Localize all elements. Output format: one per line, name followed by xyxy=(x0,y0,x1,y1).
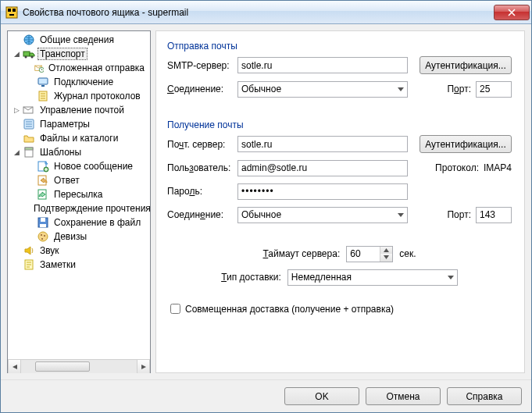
send-connection-label: Соединение: xyxy=(167,84,237,94)
save-icon xyxy=(37,216,49,229)
recv-port-input[interactable] xyxy=(476,207,512,223)
password-input[interactable] xyxy=(237,183,408,200)
combo-value: Обычное xyxy=(241,84,281,94)
scroll-right-button[interactable]: ▸ xyxy=(137,360,150,373)
tree-item-forward[interactable]: ▸ Пересылка xyxy=(8,187,150,201)
tree-label: Сохранение в файл xyxy=(52,216,143,229)
scroll-thumb[interactable] xyxy=(35,361,90,372)
send-connection-select[interactable]: Обычное xyxy=(237,81,408,98)
send-group-title: Отправка почты xyxy=(167,41,512,52)
tree-label: Подтверждение прочтения xyxy=(31,202,150,215)
tree-item-cookies[interactable]: ▸ Девизы xyxy=(8,230,150,244)
svg-point-7 xyxy=(31,56,34,59)
nav-tree[interactable]: ▸ Общие сведения ◢ Транспорт ▸ Отложенна… xyxy=(8,31,150,359)
tree-label: Отложенная отправка xyxy=(46,62,147,74)
tree-item-connection[interactable]: ▸ Подключение xyxy=(8,75,150,89)
tree-item-read-confirm[interactable]: ▸ Подтверждение прочтения xyxy=(8,201,150,215)
smtp-server-label: SMTP-сервер: xyxy=(167,60,237,71)
help-button[interactable]: Справка xyxy=(447,387,522,405)
recv-connection-select[interactable]: Обычное xyxy=(237,207,408,223)
tree-item-reply[interactable]: ▸ Ответ xyxy=(8,173,150,187)
tree-label: Пересылка xyxy=(52,188,105,201)
tree-h-scrollbar[interactable]: ◂ ▸ xyxy=(8,359,150,372)
svg-rect-11 xyxy=(41,85,45,87)
delivery-type-label: Тип доставки: xyxy=(221,272,281,283)
tree-label: Управление почтой xyxy=(37,104,127,116)
tree-label: Девизы xyxy=(52,230,89,243)
combo-value: Немедленная xyxy=(291,272,352,283)
smtp-server-input[interactable] xyxy=(237,57,408,73)
mail-server-label: Почт. сервер: xyxy=(167,139,237,150)
recv-group-title: Получение почты xyxy=(167,119,512,130)
tree-item-general[interactable]: ▸ Общие сведения xyxy=(8,33,150,47)
ok-button[interactable]: OK xyxy=(284,387,359,405)
window-title: Свойства почтового ящика - supermail xyxy=(23,7,494,18)
delivery-type-select[interactable]: Немедленная xyxy=(287,269,458,286)
user-label: Пользователь: xyxy=(167,162,237,173)
svg-point-25 xyxy=(38,232,48,241)
transport-panel: Отправка почты SMTP-сервер: Аутентификац… xyxy=(155,30,525,373)
scroll-track[interactable] xyxy=(21,360,137,373)
tree-label: Ответ xyxy=(52,174,82,187)
svg-rect-3 xyxy=(9,14,14,16)
app-icon xyxy=(5,6,18,19)
timeout-input[interactable] xyxy=(347,247,380,262)
tree-item-save-file[interactable]: ▸ Сохранение в файл xyxy=(8,215,150,230)
close-button[interactable] xyxy=(494,5,530,20)
svg-rect-10 xyxy=(38,78,48,84)
expand-icon[interactable]: ▷ xyxy=(11,106,23,114)
send-port-input[interactable] xyxy=(476,81,512,98)
tree-item-options[interactable]: ▸ Параметры xyxy=(8,117,150,131)
spinner-up-button[interactable] xyxy=(380,247,392,255)
truck-icon xyxy=(23,48,35,60)
tree-label: Новое сообщение xyxy=(52,160,135,173)
options-icon xyxy=(23,118,35,130)
mail-server-input[interactable] xyxy=(237,136,408,152)
log-icon xyxy=(37,90,49,102)
combined-delivery-checkbox[interactable]: Совмещенная доставка (получение + отправ… xyxy=(167,301,512,316)
tree-item-files-dirs[interactable]: ▸ Файлы и каталоги xyxy=(8,131,150,145)
send-port-label: Порт: xyxy=(447,84,471,94)
mail-clock-icon xyxy=(34,62,44,74)
collapse-icon[interactable]: ◢ xyxy=(11,148,23,156)
recv-auth-button[interactable]: Аутентификация... xyxy=(420,135,512,153)
cookie-icon xyxy=(37,230,49,243)
tree-label: Подключение xyxy=(52,76,116,88)
tree-item-sound[interactable]: ▸ Звук xyxy=(8,244,150,258)
tree-item-protocol-log[interactable]: ▸ Журнал протоколов xyxy=(8,89,150,103)
tree-item-delayed-send[interactable]: ▸ Отложенная отправка xyxy=(8,61,150,75)
tree-item-templates[interactable]: ◢ Шаблоны xyxy=(8,145,150,159)
titlebar: Свойства почтового ящика - supermail xyxy=(1,1,531,24)
tree-label: Шаблоны xyxy=(37,146,84,158)
tree-label: Параметры xyxy=(37,118,92,130)
cancel-button[interactable]: Отмена xyxy=(366,387,441,405)
smtp-auth-button[interactable]: Аутентификация... xyxy=(420,56,512,74)
template-icon xyxy=(23,146,35,158)
forward-icon xyxy=(37,188,49,201)
dialog-footer: OK Отмена Справка xyxy=(1,379,531,412)
tree-label: Журнал протоколов xyxy=(52,90,143,102)
tree-item-mail-mgmt[interactable]: ▷ Управление почтой xyxy=(8,103,150,117)
tree-item-transport[interactable]: ◢ Транспорт xyxy=(8,47,150,61)
tree-item-new-msg[interactable]: ▸ Новое сообщение xyxy=(8,159,150,173)
tree-label: Звук xyxy=(37,244,62,257)
mail-gear-icon xyxy=(23,104,35,116)
recv-port-label: Порт: xyxy=(447,209,471,220)
combined-delivery-input[interactable] xyxy=(170,304,180,314)
timeout-spinner[interactable] xyxy=(346,246,393,262)
tree-label: Транспорт xyxy=(37,48,87,60)
tree-item-notes[interactable]: ▸ Заметки xyxy=(8,258,150,272)
dialog-window: Свойства почтового ящика - supermail ▸ О… xyxy=(0,0,532,413)
nav-tree-panel: ▸ Общие сведения ◢ Транспорт ▸ Отложенна… xyxy=(7,30,151,373)
user-input[interactable] xyxy=(237,160,408,176)
dialog-body: ▸ Общие сведения ◢ Транспорт ▸ Отложенна… xyxy=(1,24,531,379)
recv-connection-label: Соединение: xyxy=(167,209,237,220)
scroll-left-button[interactable]: ◂ xyxy=(8,360,21,373)
collapse-icon[interactable]: ◢ xyxy=(11,50,23,58)
svg-rect-1 xyxy=(8,9,11,12)
monitor-icon xyxy=(37,76,49,88)
svg-rect-16 xyxy=(25,148,33,150)
tree-label: Заметки xyxy=(37,258,78,271)
svg-rect-24 xyxy=(40,224,46,227)
spinner-down-button[interactable] xyxy=(380,254,392,262)
